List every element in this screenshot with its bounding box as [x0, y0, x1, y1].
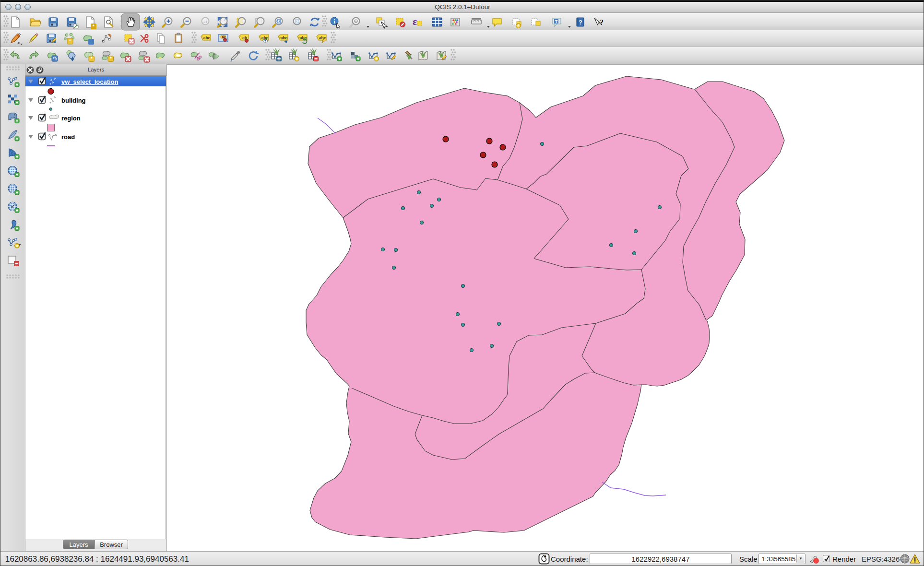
svg-text:ab: ab [222, 35, 225, 38]
svg-text:road: road [61, 133, 75, 141]
svg-text:T: T [555, 19, 558, 24]
svg-text:?: ? [579, 19, 582, 26]
svg-text:abc: abc [203, 35, 211, 40]
svg-text:i: i [333, 18, 335, 25]
svg-text:building: building [61, 97, 86, 104]
svg-text:abc: abc [281, 35, 288, 40]
svg-text:?: ? [600, 18, 604, 26]
svg-text:1:1: 1:1 [203, 20, 208, 23]
svg-text:ε: ε [413, 15, 417, 27]
svg-text:region: region [61, 115, 81, 122]
svg-text:*: * [93, 24, 95, 29]
svg-text:vw_select_location: vw_select_location [61, 78, 118, 85]
svg-text:*: * [69, 38, 71, 44]
